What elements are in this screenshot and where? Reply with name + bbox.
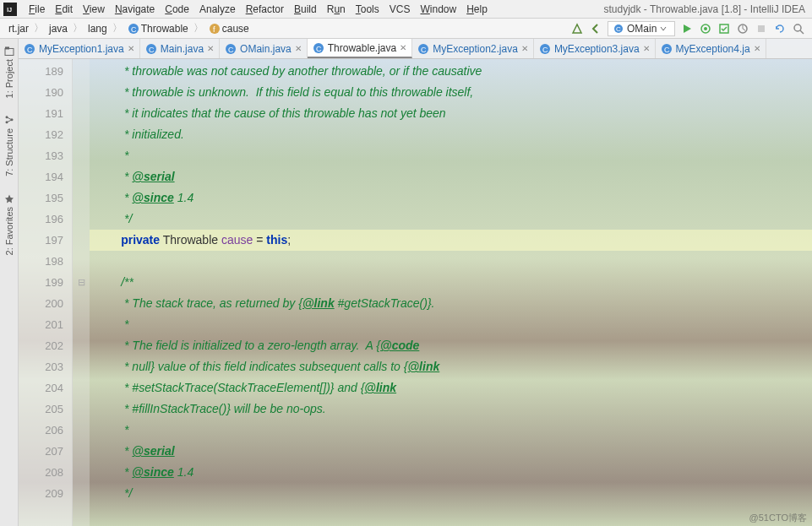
menu-refactor[interactable]: Refactor — [241, 3, 289, 15]
coverage-icon[interactable] — [717, 22, 731, 35]
line-number[interactable]: 192 — [19, 124, 63, 145]
editor-tab[interactable]: CMyException1.java✕ — [19, 39, 140, 58]
fold-marker[interactable] — [73, 209, 90, 230]
line-number[interactable]: 207 — [19, 441, 63, 462]
fold-marker[interactable] — [73, 103, 90, 124]
fold-marker[interactable] — [73, 356, 90, 377]
code-line[interactable]: */ — [90, 209, 812, 230]
line-number[interactable]: 206 — [19, 420, 63, 441]
editor-tab[interactable]: COMain.java✕ — [220, 39, 308, 58]
fold-marker[interactable] — [73, 483, 90, 504]
fold-marker[interactable] — [73, 82, 90, 103]
line-number[interactable]: 199 — [19, 272, 63, 293]
editor-tab[interactable]: CMyException4.ja✕ — [656, 39, 766, 58]
line-number[interactable]: 204 — [19, 377, 63, 399]
fold-marker[interactable] — [73, 420, 90, 441]
editor-tab[interactable]: CMyException3.java✕ — [534, 39, 656, 58]
line-number-gutter[interactable]: 1891901911921931941951961971981992002012… — [19, 59, 73, 526]
menu-window[interactable]: Window — [415, 3, 461, 15]
debug-icon[interactable] — [699, 22, 712, 35]
breadcrumb-item[interactable]: lang — [86, 23, 109, 35]
menu-build[interactable]: Build — [289, 3, 322, 15]
tool-tab-favorites[interactable]: 2: Favorites — [3, 190, 16, 258]
line-number[interactable]: 198 — [19, 251, 63, 272]
fold-marker[interactable] — [73, 335, 90, 356]
menu-file[interactable]: File — [24, 3, 50, 15]
code-line[interactable]: */ — [90, 483, 812, 504]
fold-marker[interactable] — [73, 230, 90, 251]
menu-run[interactable]: Run — [322, 3, 351, 15]
code-line[interactable]: private Throwable cause = this; — [90, 230, 812, 251]
line-number[interactable]: 202 — [19, 335, 63, 356]
fold-marker[interactable] — [73, 314, 90, 335]
code-line[interactable]: * The field is initialized to a zero-len… — [90, 335, 812, 356]
build-icon[interactable] — [570, 22, 584, 35]
fold-gutter[interactable]: ⊟ — [73, 59, 90, 526]
tool-tab-structure[interactable]: 7: Structure — [3, 111, 16, 180]
fold-marker[interactable] — [73, 145, 90, 166]
close-tab-icon[interactable]: ✕ — [754, 44, 760, 53]
editor-tab[interactable]: CThrowable.java✕ — [308, 39, 412, 58]
fold-marker[interactable] — [73, 377, 90, 399]
line-number[interactable]: 191 — [19, 103, 63, 124]
stop-icon[interactable] — [755, 22, 768, 35]
fold-marker[interactable] — [73, 462, 90, 483]
menu-tools[interactable]: Tools — [351, 3, 384, 15]
fold-marker[interactable] — [73, 61, 90, 82]
line-number[interactable]: 200 — [19, 293, 63, 314]
code-line[interactable]: * #fillInStackTrace()} will be be no-ops… — [90, 399, 812, 420]
code-line[interactable]: * @serial — [90, 166, 812, 187]
line-number[interactable]: 189 — [19, 61, 63, 82]
breadcrumb[interactable]: rt.jar〉java〉lang〉CThrowable〉fcause — [7, 21, 251, 35]
fold-marker[interactable] — [73, 187, 90, 209]
editor-tab[interactable]: CMain.java✕ — [140, 39, 220, 58]
code-line[interactable]: /** — [90, 272, 812, 293]
menu-help[interactable]: Help — [461, 3, 493, 15]
fold-marker[interactable]: ⊟ — [73, 272, 90, 293]
line-number[interactable]: 208 — [19, 462, 63, 483]
search-icon[interactable] — [792, 22, 805, 35]
editor-tab[interactable]: CMyException2.java✕ — [412, 39, 534, 58]
fold-marker[interactable] — [73, 293, 90, 314]
code-line[interactable]: * throwable was not caused by another th… — [90, 61, 812, 82]
line-number[interactable]: 209 — [19, 483, 63, 504]
code-line[interactable]: * initialized. — [90, 124, 812, 145]
code-line[interactable]: * throwable is unknown. If this field is… — [90, 82, 812, 103]
code-line[interactable]: * — [90, 420, 812, 441]
update-icon[interactable] — [773, 22, 787, 35]
fold-marker[interactable] — [73, 441, 90, 462]
line-number[interactable]: 194 — [19, 166, 63, 187]
line-number[interactable]: 190 — [19, 82, 63, 103]
close-tab-icon[interactable]: ✕ — [295, 44, 302, 53]
fold-marker[interactable] — [73, 251, 90, 272]
tool-tab-project[interactable]: 1: Project — [3, 42, 16, 101]
line-number[interactable]: 203 — [19, 356, 63, 377]
line-number[interactable]: 205 — [19, 399, 63, 420]
menu-navigate[interactable]: Navigate — [110, 3, 160, 15]
code-line[interactable]: * it indicates that the cause of this th… — [90, 103, 812, 124]
close-tab-icon[interactable]: ✕ — [128, 44, 134, 53]
menu-vcs[interactable]: VCS — [384, 3, 416, 15]
run-config-selector[interactable]: C OMain — [608, 21, 675, 36]
line-number[interactable]: 195 — [19, 187, 63, 209]
close-tab-icon[interactable]: ✕ — [643, 44, 650, 53]
code-line[interactable]: * The stack trace, as returned by {@link… — [90, 293, 812, 314]
breadcrumb-item[interactable]: CThrowable — [126, 23, 190, 35]
code-line[interactable]: * @since 1.4 — [90, 462, 812, 483]
fold-marker[interactable] — [73, 166, 90, 187]
close-tab-icon[interactable]: ✕ — [207, 44, 214, 53]
line-number[interactable]: 201 — [19, 314, 63, 335]
code-line[interactable]: * — [90, 145, 812, 166]
line-number[interactable]: 197 — [19, 230, 63, 251]
code-line[interactable]: * — [90, 314, 812, 335]
fold-marker[interactable] — [73, 399, 90, 420]
run-icon[interactable] — [680, 22, 694, 35]
menu-edit[interactable]: Edit — [50, 3, 78, 15]
line-number[interactable]: 196 — [19, 209, 63, 230]
code-line[interactable]: * @since 1.4 — [90, 187, 812, 209]
code-line[interactable]: * #setStackTrace(StackTraceElement[])} a… — [90, 377, 812, 399]
nav-back-icon[interactable] — [589, 22, 602, 35]
profile-icon[interactable] — [736, 22, 749, 35]
line-number[interactable]: 193 — [19, 145, 63, 166]
fold-marker[interactable] — [73, 124, 90, 145]
